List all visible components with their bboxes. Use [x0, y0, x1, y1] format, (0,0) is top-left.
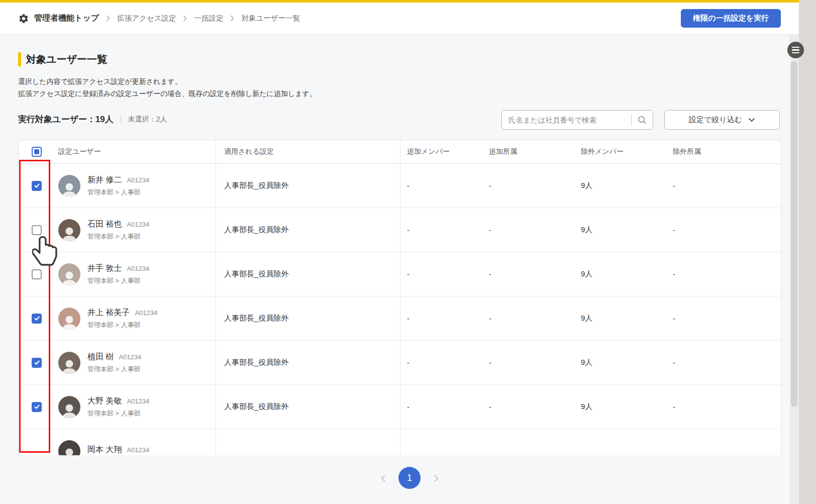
summary-divider — [121, 116, 121, 124]
unselected-count: 未選択：2人 — [128, 115, 167, 124]
breadcrumb-item-bulk-settings[interactable]: 一括設定 — [194, 14, 223, 23]
page-number-current[interactable]: 1 — [398, 467, 421, 489]
exclude-dept-value: - — [666, 296, 781, 340]
user-name: 井手 敦士 — [87, 263, 122, 274]
exclude-member-value[interactable]: 9人 — [574, 385, 666, 429]
user-code: A01234 — [127, 265, 149, 272]
row-checkbox[interactable] — [32, 402, 42, 412]
applied-setting: 人事部長_役員除外 — [216, 164, 400, 208]
user-name: 石田 裕也 — [87, 219, 122, 230]
search-box — [501, 110, 653, 130]
exclude-dept-value: - — [666, 252, 781, 296]
gear-icon — [18, 13, 29, 24]
filter-by-setting-button[interactable]: 設定で絞り込む — [664, 110, 780, 130]
table-body: 新井 修二 A01234 管理本部 > 人事部 人事部長_役員除外 - - 9人… — [19, 164, 781, 455]
user-department: 管理本部 > 人事部 — [87, 321, 157, 330]
breadcrumb-item-current: 対象ユーザー一覧 — [241, 14, 300, 23]
user-name: 植田 樹 — [87, 352, 114, 362]
page-title: 対象ユーザー一覧 — [26, 53, 107, 66]
user-name: 岡本 大翔 — [87, 445, 122, 455]
column-header-exclude-dept: 除外所属 — [666, 140, 781, 163]
applied-setting: 人事部長_役員除外 — [216, 208, 400, 252]
exclude-member-value[interactable]: 9人 — [574, 164, 666, 208]
row-checkbox[interactable] — [32, 225, 42, 235]
add-dept-value: - — [482, 341, 574, 384]
next-page-button[interactable] — [433, 475, 440, 482]
add-dept-value: - — [482, 252, 574, 296]
floating-menu-button[interactable] — [787, 42, 804, 58]
add-dept-value: - — [482, 385, 574, 429]
breadcrumb: 拡張アクセス設定 一括設定 対象ユーザー一覧 — [106, 14, 300, 23]
column-header-exclude-member: 除外メンバー — [574, 140, 666, 163]
table-row: 岡本 大翔 A01234 — [19, 429, 781, 455]
row-checkbox[interactable] — [32, 358, 42, 368]
user-table: 設定ユーザー 適用される設定 追加メンバー 追加所属 除外メンバー 除外所属 — [18, 140, 781, 455]
avatar — [58, 308, 80, 330]
add-dept-value — [482, 429, 574, 455]
add-member-value: - — [400, 296, 482, 340]
user-name: 新井 修二 — [87, 175, 122, 185]
table-row: 大野 美敬 A01234 管理本部 > 人事部 人事部長_役員除外 - - 9人… — [19, 385, 781, 429]
user-code: A01234 — [127, 176, 149, 184]
row-checkbox[interactable] — [32, 314, 42, 324]
avatar — [58, 352, 80, 374]
filter-button-label: 設定で絞り込む — [689, 115, 742, 125]
column-header-add-member: 追加メンバー — [400, 140, 482, 163]
user-code: A01234 — [127, 221, 149, 228]
user-code: A01234 — [127, 397, 149, 405]
row-checkbox[interactable] — [32, 269, 42, 279]
avatar — [58, 263, 80, 285]
column-header-setting: 適用される設定 — [216, 140, 400, 163]
user-code: A01234 — [135, 309, 157, 317]
add-member-value: - — [400, 164, 482, 208]
user-code: A01234 — [119, 353, 141, 361]
hamburger-icon — [792, 47, 799, 48]
applied-setting — [216, 429, 400, 455]
search-input[interactable] — [502, 116, 631, 124]
exclude-dept-value: - — [666, 341, 781, 384]
add-member-value: - — [400, 208, 482, 252]
chevron-right-icon — [106, 15, 110, 22]
magnifier-icon — [637, 115, 647, 125]
previous-page-button[interactable] — [379, 475, 386, 482]
exclude-member-value[interactable]: 9人 — [574, 252, 666, 296]
user-department: 管理本部 > 人事部 — [87, 409, 149, 418]
exclude-member-value — [574, 429, 666, 455]
selection-summary: 実行対象ユーザー：19人 未選択：2人 — [18, 114, 167, 125]
row-checkbox[interactable] — [32, 181, 42, 191]
avatar — [58, 175, 80, 197]
global-header: 管理者機能トップ 拡張アクセス設定 一括設定 対象ユーザー一覧 権限の一括設定を… — [0, 3, 799, 35]
add-dept-value: - — [482, 296, 574, 340]
add-member-value: - — [400, 385, 482, 429]
search-button[interactable] — [632, 111, 653, 129]
add-member-value — [400, 429, 482, 455]
avatar — [58, 396, 80, 418]
select-all-checkbox[interactable] — [32, 147, 42, 157]
app-window: 管理者機能トップ 拡張アクセス設定 一括設定 対象ユーザー一覧 権限の一括設定を… — [0, 0, 799, 504]
description-line-2: 拡張アクセス設定に登録済みの設定ユーザーの場合、既存の設定を削除し新たに追加しま… — [18, 87, 317, 99]
table-row: 新井 修二 A01234 管理本部 > 人事部 人事部長_役員除外 - - 9人… — [19, 164, 781, 208]
title-accent-bar — [18, 52, 21, 66]
exclude-dept-value: - — [666, 208, 781, 252]
execute-bulk-permission-button[interactable]: 権限の一括設定を実行 — [681, 9, 781, 28]
exclude-member-value[interactable]: 9人 — [574, 341, 666, 384]
add-member-value: - — [400, 252, 482, 296]
table-row: 井手 敦士 A01234 管理本部 > 人事部 人事部長_役員除外 - - 9人… — [19, 252, 781, 296]
exclude-member-value[interactable]: 9人 — [574, 296, 666, 340]
add-dept-value: - — [482, 208, 574, 252]
breadcrumb-item-access-settings[interactable]: 拡張アクセス設定 — [117, 14, 176, 23]
avatar — [58, 440, 80, 455]
scrollbar-thumb[interactable] — [791, 61, 797, 407]
avatar — [58, 219, 80, 241]
add-member-value: - — [400, 341, 482, 384]
user-department: 管理本部 > 人事部 — [87, 188, 149, 197]
chevron-right-icon — [230, 15, 234, 22]
exclude-member-value[interactable]: 9人 — [574, 208, 666, 252]
pagination: 1 — [379, 467, 440, 489]
applied-setting: 人事部長_役員除外 — [216, 385, 400, 429]
table-header-row: 設定ユーザー 適用される設定 追加メンバー 追加所属 除外メンバー 除外所属 — [19, 140, 781, 164]
user-name: 大野 美敬 — [87, 396, 122, 407]
breadcrumb-root[interactable]: 管理者機能トップ — [18, 13, 99, 24]
chevron-right-icon — [434, 474, 439, 482]
applied-setting: 人事部長_役員除外 — [216, 252, 400, 296]
